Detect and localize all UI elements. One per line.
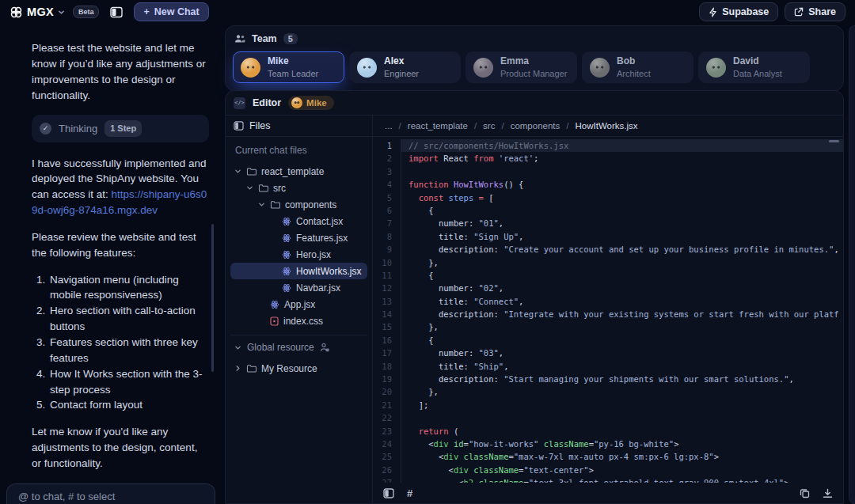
css-file-icon (270, 316, 279, 326)
team-member-emma[interactable]: EmmaProduct Manager (466, 51, 577, 83)
code-editor[interactable]: 1// src/components/HowItWorks.jsx2import… (373, 137, 843, 483)
tree-items: react_templatesrccomponentsContact.jsxFe… (230, 163, 367, 329)
member-info: DavidData Analyst (733, 55, 782, 79)
code-line: 3 (373, 165, 843, 178)
member-role: Product Manager (500, 68, 567, 79)
chat-text: Please test the website and let me know … (32, 42, 206, 101)
team-icon (234, 34, 245, 44)
code-line: 27 <h2 className="text-3xl font-extrabol… (373, 476, 843, 483)
breadcrumb-item[interactable]: components (511, 121, 560, 131)
code-line: 19 description: "Start managing your shi… (373, 373, 843, 385)
member-name: Alex (384, 55, 419, 68)
thinking-row[interactable]: ✓Thinking1 Step (32, 115, 209, 142)
avatar (357, 58, 377, 78)
member-name: Mike (268, 55, 318, 68)
chat-message: Let me know if you'd like any adjustment… (32, 424, 209, 472)
tree-item-app-jsx[interactable]: App.jsx (230, 296, 367, 313)
code-line: 17 number: "03", (373, 347, 843, 359)
chevron-down-icon (234, 344, 241, 351)
code-text (401, 411, 843, 424)
code-text: function HowItWorks() { (401, 178, 843, 191)
mgx-logo-icon (10, 6, 23, 19)
avatar (706, 58, 726, 78)
tree-item-contact-jsx[interactable]: Contact.jsx (230, 213, 367, 229)
global-resource-header[interactable]: Global resource (230, 342, 367, 360)
code-line: 14 description: "Integrate with your exi… (373, 308, 843, 320)
code-text: number: "02", (401, 282, 843, 294)
react-file-icon (282, 267, 291, 276)
team-member-bob[interactable]: BobArchitect (582, 51, 694, 83)
chat-list-item: Contact form layout (48, 397, 209, 413)
code-text: // src/components/HowItWorks.jsx (401, 139, 843, 152)
tree-item-label: index.css (283, 316, 323, 327)
collapsed-preview-panel[interactable] (849, 25, 855, 504)
global-resource-section: Global resource My Resource (230, 335, 367, 377)
code-text: title: "Connect", (401, 295, 843, 308)
share-button[interactable]: Share (785, 2, 846, 21)
code-text: return ( (401, 425, 843, 438)
line-number: 20 (373, 385, 401, 398)
breadcrumb-item[interactable]: HowItWorks.jsx (575, 121, 637, 131)
mgx-logo-menu[interactable]: MGX (10, 6, 65, 19)
tree-item-my-resource[interactable]: My Resource (230, 360, 367, 377)
line-number: 25 (373, 450, 401, 463)
chat-list-item: How It Works section with the 3-step pro… (48, 366, 209, 398)
new-chat-button[interactable]: + New Chat (134, 2, 208, 21)
breadcrumb-item[interactable]: src (483, 121, 495, 131)
chevron-down-icon (245, 184, 253, 191)
tree-item-src[interactable]: src (230, 180, 367, 196)
code-text: <div className="max-w-7xl mx-auto px-4 s… (401, 450, 843, 463)
editor-scrollbar[interactable] (829, 140, 839, 142)
code-text: <div className="text-center"> (401, 464, 843, 476)
download-icon[interactable] (823, 488, 833, 498)
chevron-down-icon (58, 9, 65, 16)
tree-item-label: src (273, 183, 286, 194)
topbar: MGX Beta + New Chat Supabase Share (0, 0, 855, 24)
code-line: 24 <div id="how-it-works" className="py-… (373, 438, 843, 450)
tree-item-howitworks-jsx[interactable]: HowItWorks.jsx (230, 263, 367, 279)
editor-title: Editor (253, 97, 281, 108)
breadcrumb-item[interactable]: ... (385, 121, 393, 131)
split-view-icon[interactable] (383, 488, 394, 498)
tree-item-navbar-jsx[interactable]: Navbar.jsx (230, 279, 367, 296)
tree-item-label: My Resource (261, 363, 317, 374)
code-text: <h2 className="text-3xl font-extrabold t… (401, 476, 843, 483)
line-number: 19 (373, 373, 401, 385)
copy-icon[interactable] (800, 488, 810, 498)
files-panel-header[interactable]: Files (226, 116, 372, 137)
code-text: title: "Ship", (401, 360, 843, 373)
chat-list-item: Features section with three key features (48, 335, 209, 366)
supabase-bolt-icon (709, 7, 717, 17)
tree-item-react-template[interactable]: react_template (230, 163, 367, 180)
line-number: 4 (373, 178, 401, 191)
tree-item-index-css[interactable]: index.css (230, 313, 367, 329)
tree-item-label: Hero.jsx (296, 249, 331, 260)
supabase-button[interactable]: Supabase (699, 2, 778, 21)
breadcrumb-item[interactable]: react_template (408, 121, 468, 131)
tree-item-hero-jsx[interactable]: Hero.jsx (230, 246, 367, 263)
tree-item-label: Contact.jsx (296, 216, 343, 227)
code-line: 5 const steps = [ (373, 191, 843, 204)
line-number: 8 (373, 230, 401, 243)
hash-icon[interactable]: # (407, 487, 412, 499)
tree-item-features-jsx[interactable]: Features.jsx (230, 229, 367, 246)
chat-input[interactable]: @ to chat, # to select (6, 483, 215, 504)
breadcrumb-separator: / (399, 121, 401, 131)
team-member-alex[interactable]: AlexEngineer (349, 51, 461, 83)
code-line: 8 title: "Sign Up", (373, 230, 843, 243)
code-line: 20 }, (373, 385, 843, 398)
breadcrumb-separator: / (501, 121, 504, 131)
team-member-david[interactable]: DavidData Analyst (698, 51, 810, 83)
folder-icon (270, 200, 280, 209)
file-tree: Current chat files react_templatesrccomp… (226, 137, 372, 503)
code-line: 9 description: "Create your account and … (373, 243, 843, 256)
react-file-icon (282, 283, 291, 293)
team-member-mike[interactable]: MikeTeam Leader (233, 51, 344, 83)
breadcrumb-separator: / (474, 121, 477, 131)
sidebar-toggle-icon[interactable] (110, 6, 123, 18)
member-info: EmmaProduct Manager (500, 55, 567, 79)
chat-scrollbar[interactable] (211, 224, 214, 372)
tree-item-components[interactable]: components (230, 196, 367, 213)
code-text: ]; (401, 399, 843, 411)
team-count-badge: 5 (283, 33, 298, 44)
